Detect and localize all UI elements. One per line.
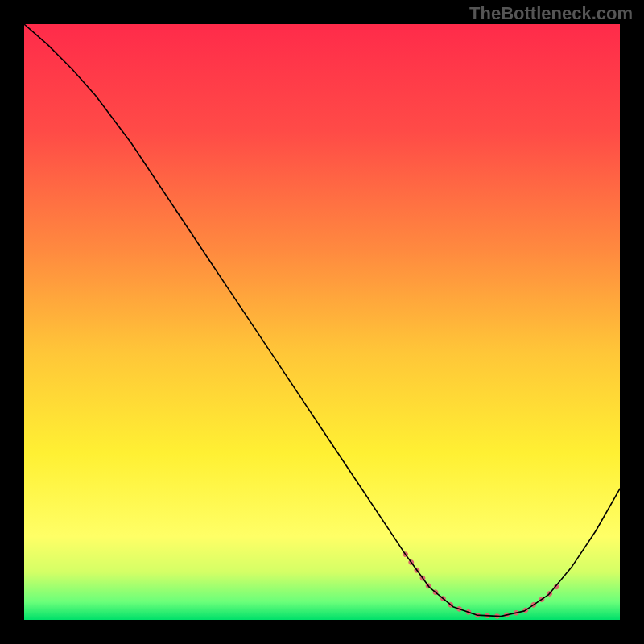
watermark-text: TheBottleneck.com [469,3,633,24]
chart-area [24,24,620,620]
chart-svg [24,24,620,620]
gradient-background [24,24,620,620]
